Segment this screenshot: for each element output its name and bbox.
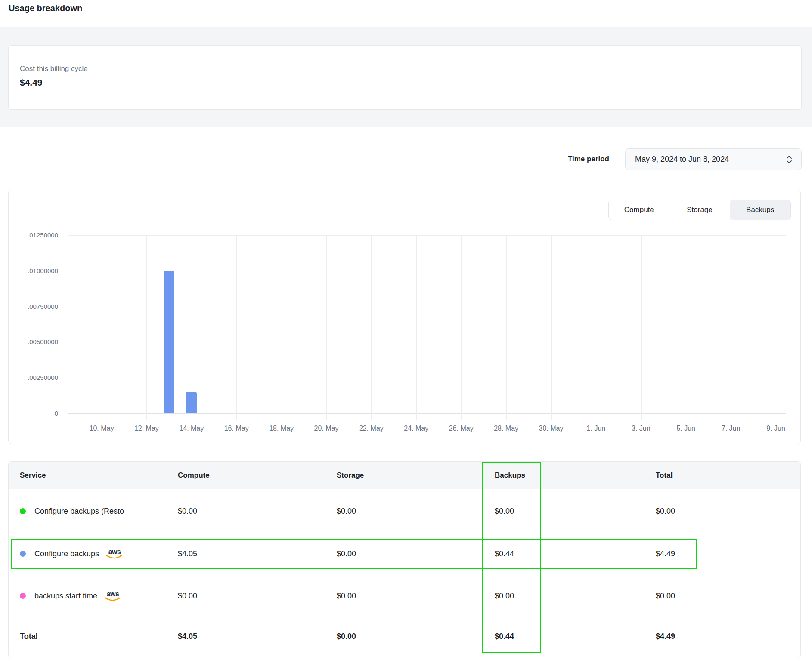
- gridline-horizontal: [68, 342, 786, 342]
- service-cell: Configure backups (Resto: [20, 500, 124, 522]
- service-name: Configure backups: [34, 549, 99, 558]
- usage-bar-14-may: [186, 392, 197, 413]
- time-period-select[interactable]: May 9, 2024 to Jun 8, 2024: [625, 148, 802, 170]
- column-header-total: Total: [656, 462, 673, 489]
- x-axis-tick-label: 9. Jun: [752, 425, 800, 432]
- service-color-dot-icon: [20, 593, 26, 599]
- y-axis-tick-label: 0: [17, 410, 58, 417]
- x-axis-tick-label: 7. Jun: [707, 425, 755, 432]
- time-period-value: May 9, 2024 to Jun 8, 2024: [635, 155, 729, 164]
- billing-cycle-cost-card: Cost this billing cycle $4.49: [8, 45, 802, 110]
- storage-value: $0.00: [337, 543, 356, 564]
- usage-chart-panel: Compute Storage Backups .01250000.010000…: [8, 190, 801, 444]
- gridline-vertical: [326, 235, 327, 420]
- page-title: Usage breakdown: [9, 3, 82, 13]
- gridline-vertical: [282, 235, 282, 420]
- gridline-horizontal: [68, 307, 786, 307]
- tab-backups[interactable]: Backups: [730, 200, 790, 220]
- gridline-vertical: [641, 235, 642, 420]
- x-axis-tick-label: 30. May: [527, 425, 575, 432]
- time-period-label: Time period: [511, 155, 609, 163]
- gridline-vertical: [731, 235, 731, 420]
- x-axis-tick-label: 3. Jun: [617, 425, 665, 432]
- gridline-vertical: [596, 235, 596, 420]
- gridline-vertical: [146, 235, 147, 420]
- y-axis-tick-label: .01000000: [17, 267, 58, 274]
- x-axis-tick-label: 20. May: [303, 425, 350, 432]
- y-axis-tick-label: .00250000: [17, 374, 58, 381]
- total-value: $0.00: [656, 500, 675, 522]
- total-storage-value: $0.00: [337, 626, 356, 647]
- y-axis-tick-label: .01250000: [17, 231, 58, 239]
- total-value: $4.49: [656, 543, 675, 564]
- gridline-horizontal: [68, 271, 786, 271]
- gridline-horizontal: [68, 378, 786, 378]
- y-axis-tick-label: .00750000: [17, 303, 58, 310]
- x-axis-line: [68, 413, 786, 414]
- table-row-configure-backups-resto: Configure backups (Resto$0.00$0.00$0.00$…: [9, 500, 800, 522]
- backups-value: $0.44: [495, 543, 514, 564]
- column-header-service: Service: [20, 462, 46, 489]
- storage-value: $0.00: [337, 500, 356, 522]
- service-color-dot-icon: [20, 508, 26, 514]
- gridline-vertical: [776, 235, 776, 420]
- gridline-vertical: [371, 235, 372, 420]
- service-cell: backups start timeaws: [20, 585, 121, 607]
- service-name: backups start time: [34, 592, 97, 601]
- gridline-horizontal: [68, 235, 786, 236]
- billing-cycle-cost-label: Cost this billing cycle: [20, 65, 88, 73]
- chevron-up-down-icon: [786, 155, 793, 166]
- y-axis-tick-label: .00500000: [17, 338, 58, 345]
- total-label: Total: [20, 626, 38, 647]
- x-axis-tick-label: 28. May: [483, 425, 530, 432]
- x-axis-tick-label: 24. May: [393, 425, 440, 432]
- table-row-backups-start-time: backups start timeaws $0.00$0.00$0.00$0.…: [9, 585, 800, 607]
- x-axis-tick-label: 12. May: [123, 425, 170, 432]
- gridline-vertical: [551, 235, 552, 420]
- gridline-vertical: [416, 235, 417, 420]
- storage-value: $0.00: [337, 585, 356, 607]
- usage-table: Service Compute Storage Backups Total Co…: [8, 461, 801, 658]
- compute-value: $4.05: [178, 543, 197, 564]
- aws-icon: aws: [106, 549, 123, 559]
- column-header-storage: Storage: [337, 462, 364, 489]
- chart-metric-tabs: Compute Storage Backups: [608, 200, 791, 220]
- compute-value: $0.00: [178, 585, 197, 607]
- total-total-value: $4.49: [656, 626, 675, 647]
- gridline-vertical: [506, 235, 507, 420]
- table-row-configure-backups: Configure backupsaws $4.05$0.00$0.44$4.4…: [9, 543, 800, 564]
- gridline-vertical: [236, 235, 237, 420]
- usage-breakdown-page: Usage breakdown Cost this billing cycle …: [0, 0, 812, 666]
- total-backups-value: $0.44: [495, 626, 514, 647]
- gridline-vertical: [102, 235, 102, 420]
- x-axis-tick-label: 16. May: [213, 425, 260, 432]
- column-header-compute: Compute: [178, 462, 210, 489]
- x-axis-tick-label: 5. Jun: [662, 425, 710, 432]
- gridline-vertical: [461, 235, 462, 420]
- tab-compute[interactable]: Compute: [609, 200, 669, 220]
- gridline-vertical: [686, 235, 686, 420]
- column-header-backups: Backups: [495, 462, 525, 489]
- compute-value: $0.00: [178, 500, 197, 522]
- service-name: Configure backups (Resto: [34, 507, 124, 516]
- table-total-row: Total$4.05$0.00$0.44$4.49: [9, 626, 800, 647]
- billing-cycle-cost-value: $4.49: [20, 77, 43, 88]
- x-axis-tick-label: 26. May: [437, 425, 485, 432]
- x-axis-tick-label: 22. May: [347, 425, 395, 432]
- table-header-row: Service Compute Storage Backups Total: [9, 462, 800, 489]
- usage-bar-13-may: [164, 271, 174, 413]
- service-cell: Configure backupsaws: [20, 543, 123, 564]
- service-color-dot-icon: [20, 551, 26, 557]
- x-axis-tick-label: 1. Jun: [572, 425, 620, 432]
- aws-icon: aws: [104, 591, 121, 601]
- backups-value: $0.00: [495, 500, 514, 522]
- x-axis-tick-label: 18. May: [258, 425, 305, 432]
- backups-value: $0.00: [495, 585, 514, 607]
- total-value: $0.00: [656, 585, 675, 607]
- x-axis-tick-label: 10. May: [78, 425, 125, 432]
- summary-section: Cost this billing cycle $4.49: [0, 27, 812, 127]
- tab-storage[interactable]: Storage: [669, 200, 730, 220]
- x-axis-tick-label: 14. May: [168, 425, 215, 432]
- total-compute-value: $4.05: [178, 626, 197, 647]
